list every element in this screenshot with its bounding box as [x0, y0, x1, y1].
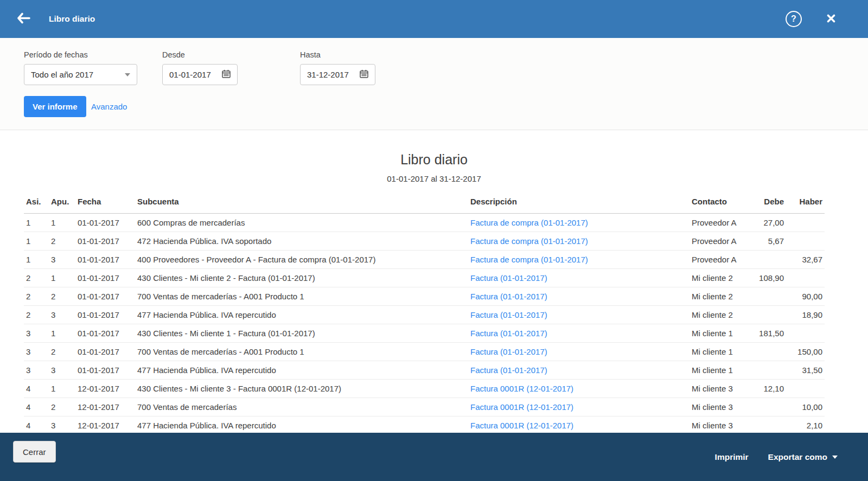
cell-debe: [745, 398, 786, 416]
from-label: Desde: [162, 50, 185, 59]
from-date-input[interactable]: 01-01-2017: [162, 64, 238, 85]
table-row: 2 2 01-01-2017 700 Ventas de mercaderías…: [24, 287, 825, 306]
cell-fecha: 01-01-2017: [75, 361, 135, 380]
cell-apu: 1: [49, 324, 75, 343]
cell-contacto: Mi cliente 1: [690, 324, 745, 343]
cell-debe: [745, 287, 786, 306]
filter-panel: Período de fechas Desde Hasta Todo el añ…: [0, 38, 868, 130]
cell-fecha: 12-01-2017: [75, 398, 135, 416]
journal-table-body: 1 1 01-01-2017 600 Compras de mercadería…: [24, 214, 825, 435]
cell-debe: 181,50: [745, 324, 786, 343]
cell-haber: [786, 380, 825, 398]
cell-apu: 3: [49, 361, 75, 380]
cell-apu: 1: [49, 269, 75, 287]
cell-haber: 2,10: [786, 416, 825, 435]
cell-haber: 10,00: [786, 398, 825, 416]
cell-debe: 5,67: [745, 232, 786, 251]
col-header-descripcion: Descripción: [468, 197, 690, 214]
cell-subcuenta: 472 Hacienda Pública. IVA soportado: [135, 232, 468, 251]
cell-fecha: 01-01-2017: [75, 343, 135, 361]
cell-fecha: 01-01-2017: [75, 232, 135, 251]
cell-descripcion-link[interactable]: Factura de compra (01-01-2017): [468, 251, 690, 269]
question-mark-icon: ?: [791, 14, 796, 24]
cell-descripcion-link[interactable]: Factura (01-01-2017): [468, 343, 690, 361]
cell-subcuenta: 477 Hacienda Pública. IVA repercutido: [135, 416, 468, 435]
cell-descripcion-link[interactable]: Factura 0001R (12-01-2017): [468, 398, 690, 416]
cell-fecha: 01-01-2017: [75, 306, 135, 324]
cell-haber: 18,90: [786, 306, 825, 324]
table-row: 4 3 12-01-2017 477 Hacienda Pública. IVA…: [24, 416, 825, 435]
cell-apu: 3: [49, 251, 75, 269]
table-row: 1 1 01-01-2017 600 Compras de mercadería…: [24, 214, 825, 232]
cell-fecha: 12-01-2017: [75, 380, 135, 398]
export-as-button[interactable]: Exportar como: [768, 452, 838, 462]
close-button[interactable]: [825, 13, 838, 26]
cell-contacto: Mi cliente 3: [690, 398, 745, 416]
cell-subcuenta: 477 Hacienda Pública. IVA repercutido: [135, 361, 468, 380]
help-button[interactable]: ?: [786, 11, 802, 27]
cell-debe: 108,90: [745, 269, 786, 287]
to-date-input[interactable]: 31-12-2017: [300, 64, 375, 85]
close-icon: [827, 14, 835, 25]
cell-descripcion-link[interactable]: Factura (01-01-2017): [468, 324, 690, 343]
cell-descripcion-link[interactable]: Factura (01-01-2017): [468, 361, 690, 380]
cell-contacto: Proveedor A: [690, 214, 745, 232]
col-header-subcuenta: Subcuenta: [135, 197, 468, 214]
cell-descripcion-link[interactable]: Factura 0001R (12-01-2017): [468, 416, 690, 435]
back-button[interactable]: [11, 0, 36, 38]
cell-descripcion-link[interactable]: Factura (01-01-2017): [468, 269, 690, 287]
cell-descripcion-link[interactable]: Factura (01-01-2017): [468, 287, 690, 306]
col-header-apu: Apu.: [49, 197, 75, 214]
arrow-left-icon: [17, 12, 30, 26]
cell-asi: 4: [24, 380, 49, 398]
cell-apu: 1: [49, 380, 75, 398]
cell-subcuenta: 477 Hacienda Pública. IVA repercutido: [135, 306, 468, 324]
cell-apu: 2: [49, 232, 75, 251]
cell-apu: 1: [49, 214, 75, 232]
cell-apu: 3: [49, 416, 75, 435]
cell-haber: [786, 324, 825, 343]
cell-asi: 2: [24, 269, 49, 287]
col-header-contacto: Contacto: [690, 197, 745, 214]
cell-subcuenta: 700 Ventas de mercaderías - A001 Product…: [135, 287, 468, 306]
cell-debe: [745, 306, 786, 324]
cell-contacto: Mi cliente 3: [690, 416, 745, 435]
advanced-link[interactable]: Avanzado: [91, 96, 127, 117]
cell-haber: [786, 269, 825, 287]
cell-descripcion-link[interactable]: Factura (01-01-2017): [468, 306, 690, 324]
cell-descripcion-link[interactable]: Factura de compra (01-01-2017): [468, 232, 690, 251]
to-label: Hasta: [300, 50, 321, 59]
col-header-debe: Debe: [745, 197, 786, 214]
cell-haber: [786, 232, 825, 251]
from-date-value: 01-01-2017: [169, 70, 222, 79]
footer-actions: Imprimir Exportar como: [715, 433, 838, 481]
top-header-bar: Libro diario ?: [0, 0, 868, 38]
to-date-value: 31-12-2017: [307, 70, 360, 79]
cell-debe: [745, 416, 786, 435]
cell-subcuenta: 600 Compras de mercaderías: [135, 214, 468, 232]
table-row: 3 1 01-01-2017 430 Clientes - Mi cliente…: [24, 324, 825, 343]
table-row: 3 2 01-01-2017 700 Ventas de mercaderías…: [24, 343, 825, 361]
cell-subcuenta: 400 Proveedores - Proveedor A - Factura …: [135, 251, 468, 269]
cell-contacto: Mi cliente 1: [690, 361, 745, 380]
cell-contacto: Mi cliente 1: [690, 343, 745, 361]
journal-table-header: Asi. Apu. Fecha Subcuenta Descripción Co…: [24, 197, 825, 214]
cell-haber: 32,67: [786, 251, 825, 269]
cell-fecha: 01-01-2017: [75, 324, 135, 343]
cell-asi: 2: [24, 306, 49, 324]
period-select[interactable]: Todo el año 2017: [24, 64, 137, 85]
cell-descripcion-link[interactable]: Factura de compra (01-01-2017): [468, 214, 690, 232]
cell-apu: 2: [49, 398, 75, 416]
export-as-label: Exportar como: [768, 452, 827, 462]
calendar-icon: [222, 69, 231, 80]
cell-descripcion-link[interactable]: Factura 0001R (12-01-2017): [468, 380, 690, 398]
cell-asi: 4: [24, 398, 49, 416]
print-button[interactable]: Imprimir: [715, 452, 749, 462]
journal-table: Asi. Apu. Fecha Subcuenta Descripción Co…: [24, 197, 825, 435]
view-report-button[interactable]: Ver informe: [24, 96, 86, 117]
cell-asi: 3: [24, 361, 49, 380]
col-header-asi: Asi.: [24, 197, 49, 214]
close-report-button[interactable]: Cerrar: [13, 441, 56, 463]
cell-asi: 3: [24, 343, 49, 361]
cell-asi: 4: [24, 416, 49, 435]
